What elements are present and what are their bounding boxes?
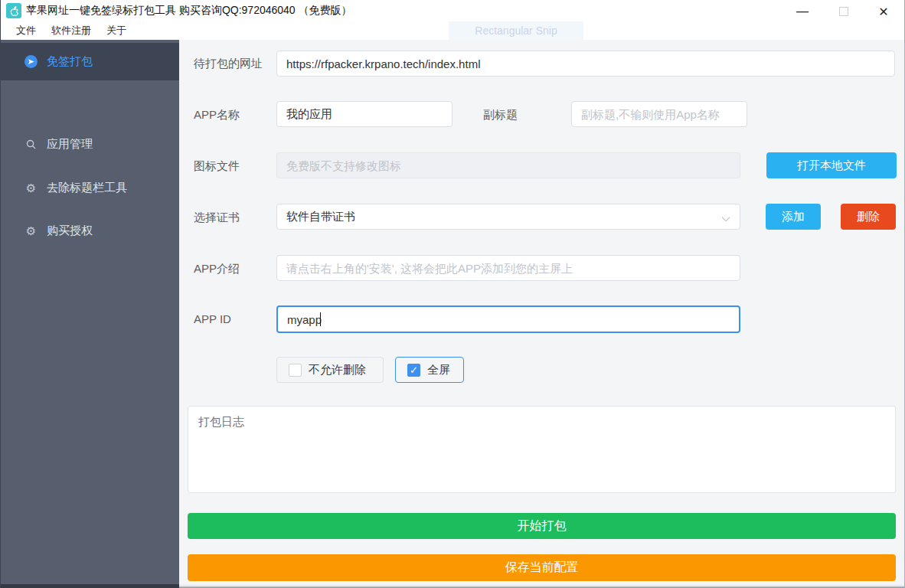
app-id-input[interactable]	[276, 305, 740, 333]
sidebar-item-remove-titlebar[interactable]: ⚙ 去除标题栏工具	[1, 172, 179, 204]
fullscreen-checkbox[interactable]: ✓ 全屏	[395, 357, 464, 383]
pack-log-textarea[interactable]	[188, 406, 896, 493]
bottom-edge-left	[1, 584, 179, 588]
paper-plane-icon	[25, 55, 38, 68]
save-config-button[interactable]: 保存当前配置	[188, 554, 896, 581]
fullscreen-label: 全屏	[427, 363, 450, 377]
window-bottom-edge	[1, 584, 905, 588]
open-local-file-button[interactable]: 打开本地文件	[766, 152, 897, 178]
window-title: 苹果网址一键免签绿标打包工具 购买咨询QQ:972046040 （免费版）	[26, 4, 352, 18]
sidebar-item-pack[interactable]: 免签打包	[1, 43, 179, 80]
app-desc-input[interactable]	[276, 255, 740, 281]
certificate-select[interactable]: 软件自带证书	[276, 204, 740, 230]
start-pack-button[interactable]: 开始打包	[188, 513, 896, 539]
checkbox-unchecked-icon	[289, 364, 302, 377]
app-name-label: APP名称	[194, 108, 240, 122]
checkbox-checked-icon: ✓	[407, 364, 420, 377]
app-name-input[interactable]	[276, 101, 452, 127]
app-logo-apple-icon	[6, 3, 21, 18]
no-delete-checkbox[interactable]: 不允许删除	[276, 357, 384, 383]
close-button[interactable]: ✕	[866, 0, 901, 23]
subtitle-input[interactable]	[571, 101, 747, 127]
menu-register[interactable]: 软件注册	[44, 21, 99, 40]
add-certificate-button[interactable]: 添加	[766, 204, 821, 230]
text-caret	[320, 312, 321, 326]
menubar: 文件 软件注册 关于 Rectangular Snip	[1, 21, 904, 40]
chevron-down-icon	[722, 214, 730, 222]
no-delete-label: 不允许删除	[309, 363, 366, 377]
certificate-label: 选择证书	[194, 211, 240, 225]
sidebar-item-label: 应用管理	[47, 137, 93, 152]
bottom-edge-right	[179, 584, 905, 588]
url-label: 待打包的网址	[194, 57, 263, 71]
sidebar-item-label: 免签打包	[47, 54, 93, 69]
search-icon	[25, 138, 38, 151]
maximize-button[interactable]	[826, 0, 861, 23]
gear-icon: ⚙	[25, 224, 38, 237]
main-content: 待打包的网址 APP名称 副标题 图标文件 打开本地文件 选择证书 软件自带证书…	[179, 40, 905, 584]
sidebar-item-buy-license[interactable]: ⚙ 购买授权	[1, 214, 179, 247]
app-id-label: APP ID	[194, 312, 231, 325]
app-desc-label: APP介绍	[194, 262, 240, 276]
menu-file[interactable]: 文件	[8, 21, 44, 40]
certificate-selected-value: 软件自带证书	[286, 210, 355, 224]
maximize-icon	[839, 7, 848, 16]
app-window: 苹果网址一键免签绿标打包工具 购买咨询QQ:972046040 （免费版） — …	[0, 0, 905, 588]
minimize-button[interactable]: —	[785, 0, 820, 23]
sidebar-item-label: 购买授权	[47, 224, 93, 238]
titlebar: 苹果网址一键免签绿标打包工具 购买咨询QQ:972046040 （免费版） — …	[1, 0, 904, 21]
url-input[interactable]	[276, 51, 895, 77]
gear-icon: ⚙	[25, 181, 38, 194]
subtitle-label: 副标题	[483, 108, 518, 122]
icon-file-input	[276, 152, 740, 178]
icon-file-label: 图标文件	[194, 159, 240, 174]
sidebar-item-app-manage[interactable]: 应用管理	[1, 128, 179, 160]
menu-about[interactable]: 关于	[99, 21, 134, 40]
sidebar: 免签打包 应用管理 ⚙ 去除标题栏工具 ⚙ 购买授权	[1, 40, 179, 584]
snip-tooltip-ghost: Rectangular Snip	[449, 21, 583, 40]
sidebar-item-label: 去除标题栏工具	[47, 181, 127, 195]
delete-certificate-button[interactable]: 删除	[841, 204, 896, 230]
